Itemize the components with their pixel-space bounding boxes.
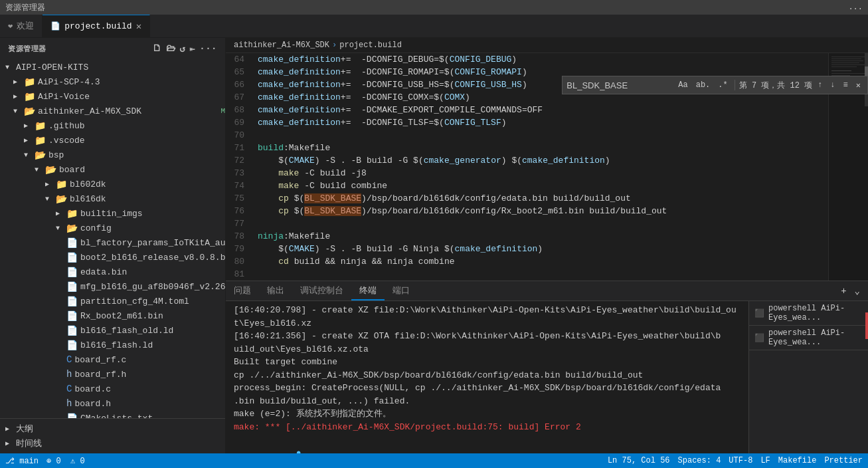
collapse-icon[interactable]: ⇤ xyxy=(189,43,195,55)
sidebar-item-bl-factory-params[interactable]: 📄 bl_factory_params_IoTKitA_auto.dts xyxy=(0,235,225,250)
terminal-instance-1[interactable]: ⬛ powershell AiPi-Eyes_wea... xyxy=(749,301,868,326)
arrow: ▶ xyxy=(13,92,24,100)
prev-result-button[interactable]: ↑ xyxy=(815,79,825,91)
sidebar-item-board-rf-c[interactable]: C board_rf.c xyxy=(0,352,225,367)
problems-count[interactable]: ⊕ 0 ⚠ 0 xyxy=(46,456,85,466)
terminal-error-line: make: *** [../aithinker_Ai-M6X_SDK/proje… xyxy=(234,421,740,434)
arrow: ▶ xyxy=(56,209,66,217)
file-dts-icon: 📄 xyxy=(66,237,78,249)
tree-label: bl602dk xyxy=(70,179,225,189)
match-case-button[interactable]: Aa xyxy=(675,79,690,91)
sidebar-item-bl616-flash-ld[interactable]: 📄 bl616_flash.ld xyxy=(0,338,225,352)
sidebar-item-bsp[interactable]: ▼ 📂 bsp xyxy=(0,148,225,162)
tree-label: bl_factory_params_IoTKitA_auto.dts xyxy=(80,238,225,248)
file-txt-icon: 📄 xyxy=(66,413,78,419)
tab-bar: ❤️ 欢迎 📄 project.build ✕ xyxy=(0,15,868,38)
svg-rect-8 xyxy=(831,73,866,74)
sidebar-item-cmakelists[interactable]: 📄 CMakeLists.txt xyxy=(0,411,225,418)
sidebar-item-timeline[interactable]: ▶ 时间线 xyxy=(0,436,225,451)
add-terminal-button[interactable]: + xyxy=(838,285,849,298)
sidebar-item-bl616dk[interactable]: ▼ 📂 bl616dk xyxy=(0,191,225,206)
file-h-icon: h xyxy=(66,398,72,409)
panel-tab-terminal[interactable]: 终端 xyxy=(351,281,385,300)
sidebar-item-bl602dk[interactable]: ▶ 📁 bl602dk xyxy=(0,177,225,191)
sidebar-item-edata[interactable]: 📄 edata.bin xyxy=(0,265,225,279)
encoding[interactable]: UTF-8 xyxy=(729,456,752,465)
arrow: ▶ xyxy=(24,122,35,130)
sidebar-item-partition-cfg[interactable]: 📄 partition_cfg_4M.toml xyxy=(0,294,225,308)
refresh-icon[interactable]: ↺ xyxy=(179,43,185,55)
tab-close-button[interactable]: ✕ xyxy=(136,21,141,32)
file-ld-icon: 📄 xyxy=(66,325,78,336)
sidebar-item-outline[interactable]: ▶ 大纲 xyxy=(0,421,225,436)
spaces[interactable]: Spaces: 4 xyxy=(678,456,721,465)
language-mode[interactable]: Makefile xyxy=(778,456,817,465)
sidebar-item-mfg-bl616[interactable]: 📄 mfg_bl616_gu_af8b0946f_v2.26.bin xyxy=(0,279,225,294)
arrow: ▶ xyxy=(45,180,56,188)
code-line-78: 78 ninja:Makefile xyxy=(226,230,828,243)
panel-tab-ports[interactable]: 端口 xyxy=(385,281,418,300)
search-input[interactable] xyxy=(566,80,673,90)
sidebar-item-config[interactable]: ▼ 📂 config xyxy=(0,221,225,235)
git-branch[interactable]: ⎇ main xyxy=(5,456,39,466)
sidebar-item-board-h[interactable]: h board.h xyxy=(0,396,225,411)
svg-rect-5 xyxy=(831,64,865,65)
close-search-button[interactable]: ✕ xyxy=(853,79,863,92)
sidebar-item-board-c[interactable]: C board.c xyxy=(0,382,225,396)
sidebar-item-rx-boot2[interactable]: 📄 Rx_boot2_m61.bin xyxy=(0,308,225,323)
sidebar-item-vscode[interactable]: ▶ 📁 .vscode xyxy=(0,133,225,148)
line-endings[interactable]: LF xyxy=(760,456,770,465)
folder-open-icon: 📂 xyxy=(35,150,46,161)
tree-label: Rx_boot2_m61.bin xyxy=(80,311,225,321)
new-folder-icon[interactable]: 🗁 xyxy=(166,43,176,55)
sidebar-root[interactable]: ▼ AIPI-OPEN-KITS xyxy=(0,60,225,74)
tree-label: CMakeLists.txt xyxy=(80,413,225,419)
formatter[interactable]: Prettier xyxy=(824,456,863,465)
sidebar-item-builtin-imgs[interactable]: ▶ 📁 builtin_imgs xyxy=(0,206,225,221)
tree-label: boot2_bl616_release_v8.0.8.bin xyxy=(80,253,225,263)
folder-icon: 📁 xyxy=(56,179,67,190)
more-icon[interactable]: ... xyxy=(848,3,863,12)
editor-area: aithinker_Ai-M6X_SDK › project.build Aa … xyxy=(226,38,868,453)
main-layout: 资源管理器 🗋 🗁 ↺ ⇤ ··· ▼ AIPI-OPEN-KITS ▶ 📁 A… xyxy=(0,38,868,453)
terminal-content[interactable]: [16:40:20.798] - create XZ file:D:\Work\… xyxy=(226,301,748,453)
arrow: ▼ xyxy=(56,225,66,232)
more-options-button[interactable]: ≡ xyxy=(841,79,851,91)
terminal-instance-2[interactable]: ⬛ powershell AiPi-Eyes_wea... xyxy=(749,326,868,350)
panel-tab-output[interactable]: 输出 xyxy=(259,281,292,300)
sidebar-item-aipi-voice[interactable]: ▶ 📁 AiPi-Voice xyxy=(0,89,225,104)
problems-label: 问题 xyxy=(234,285,251,296)
sidebar-item-boot2-bl616[interactable]: 📄 boot2_bl616_release_v8.0.8.bin xyxy=(0,250,225,265)
git-badge: M xyxy=(220,107,225,115)
tree-label: AiPi-SCP-4.3 xyxy=(38,77,225,87)
next-result-button[interactable]: ↓ xyxy=(827,79,837,91)
welcome-icon: ❤️ xyxy=(8,21,13,31)
panel-tab-problems[interactable]: 问题 xyxy=(226,281,259,300)
terminal-line: [16:40:21.356] - create XZ OTA file:D:\W… xyxy=(234,330,740,356)
sidebar-item-board[interactable]: ▼ 📂 board xyxy=(0,162,225,177)
search-bar: Aa ab. .* 第 7 项，共 12 项 ↑ ↓ ≡ ✕ xyxy=(562,76,868,94)
sidebar-item-github[interactable]: ▶ 📁 .github xyxy=(0,118,225,133)
tree-label: board.h xyxy=(74,399,225,409)
tab-project-build[interactable]: 📄 project.build ✕ xyxy=(43,15,150,37)
sidebar-item-board-rf-h[interactable]: h board_rf.h xyxy=(0,367,225,382)
breadcrumb-sep1: › xyxy=(332,41,337,50)
folder-open-icon: 📂 xyxy=(45,164,56,176)
more-panel-button[interactable]: ⌄ xyxy=(852,284,863,298)
panel-tab-debug-console[interactable]: 调试控制台 xyxy=(292,281,351,300)
outline-label: 大纲 xyxy=(16,423,33,435)
cursor-position[interactable]: Ln 75, Col 56 xyxy=(608,456,670,465)
arrow: ▼ xyxy=(24,152,35,159)
folder-icon: 📁 xyxy=(35,135,46,146)
sidebar-item-aipi-scp[interactable]: ▶ 📁 AiPi-SCP-4.3 xyxy=(0,74,225,89)
sidebar-item-aithinker[interactable]: ▼ 📂 aithinker_Ai-M6X_SDK M xyxy=(0,104,225,118)
more-actions-icon[interactable]: ··· xyxy=(199,43,217,55)
tab-welcome[interactable]: ❤️ 欢迎 xyxy=(0,15,43,37)
new-file-icon[interactable]: 🗋 xyxy=(152,43,162,55)
debug-console-label: 调试控制台 xyxy=(300,285,343,296)
status-bar: ⎇ main ⊕ 0 ⚠ 0 Ln 75, Col 56 Spaces: 4 U… xyxy=(0,453,868,468)
match-word-button[interactable]: ab. xyxy=(693,79,713,91)
code-line-70: 70 xyxy=(226,129,828,142)
sidebar-item-bl616-flash-old-ld[interactable]: 📄 bl616_flash_old.ld xyxy=(0,323,225,338)
regex-button[interactable]: .* xyxy=(715,79,730,91)
